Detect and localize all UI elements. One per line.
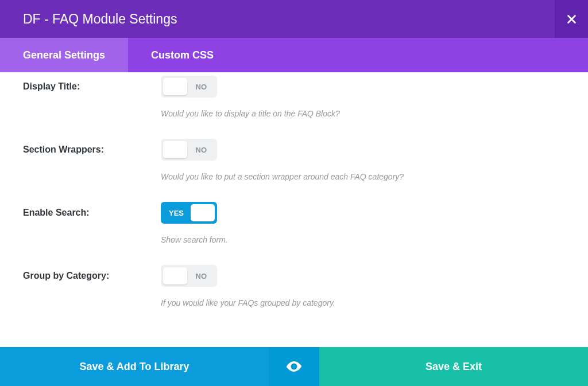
setting-label: Group by Category: (23, 265, 109, 281)
tabs-bar: General Settings Custom CSS (0, 38, 588, 72)
toggle-display-title[interactable]: NO (161, 76, 217, 98)
toggle-section-wrappers[interactable]: NO (161, 139, 217, 161)
toggle-knob (163, 78, 187, 95)
toggle-group-by-category[interactable]: NO (161, 265, 217, 287)
setting-row-enable-search: Enable Search: YES Show search form. (23, 181, 565, 244)
tab-general-settings[interactable]: General Settings (0, 38, 128, 72)
setting-hint: If you would like your FAQs grouped by c… (161, 298, 565, 307)
close-icon (567, 14, 577, 24)
settings-content: Display Title: NO Would you like to disp… (0, 72, 588, 347)
toggle-knob (163, 141, 187, 158)
setting-label: Enable Search: (23, 202, 90, 218)
toggle-text: NO (196, 272, 207, 280)
tab-custom-css[interactable]: Custom CSS (128, 38, 237, 72)
save-and-exit-button[interactable]: Save & Exit (319, 347, 588, 386)
toggle-text: NO (196, 83, 207, 91)
save-add-to-library-button[interactable]: Save & Add To Library (0, 347, 269, 386)
toggle-text: NO (196, 146, 207, 154)
modal-footer: Save & Add To Library Save & Exit (0, 347, 588, 386)
setting-row-group-by-category: Group by Category: NO If you would like … (23, 244, 565, 307)
setting-label: Section Wrappers: (23, 139, 104, 155)
modal-header: DF - FAQ Module Settings (0, 0, 588, 38)
toggle-knob (163, 267, 187, 284)
setting-hint: Would you like to display a title on the… (161, 109, 565, 118)
setting-label: Display Title: (23, 76, 80, 92)
toggle-text: YES (169, 209, 184, 217)
modal-title: DF - FAQ Module Settings (0, 11, 177, 27)
setting-hint: Show search form. (161, 235, 565, 244)
toggle-knob (191, 204, 215, 221)
toggle-enable-search[interactable]: YES (161, 202, 217, 224)
close-button[interactable] (555, 0, 588, 38)
setting-hint: Would you like to put a section wrapper … (161, 172, 565, 181)
preview-button[interactable] (269, 347, 319, 386)
setting-row-display-title: Display Title: NO Would you like to disp… (23, 72, 565, 118)
module-settings-modal: DF - FAQ Module Settings General Setting… (0, 0, 588, 386)
eye-icon (287, 361, 301, 372)
svg-point-0 (292, 365, 296, 368)
setting-row-section-wrappers: Section Wrappers: NO Would you like to p… (23, 118, 565, 181)
